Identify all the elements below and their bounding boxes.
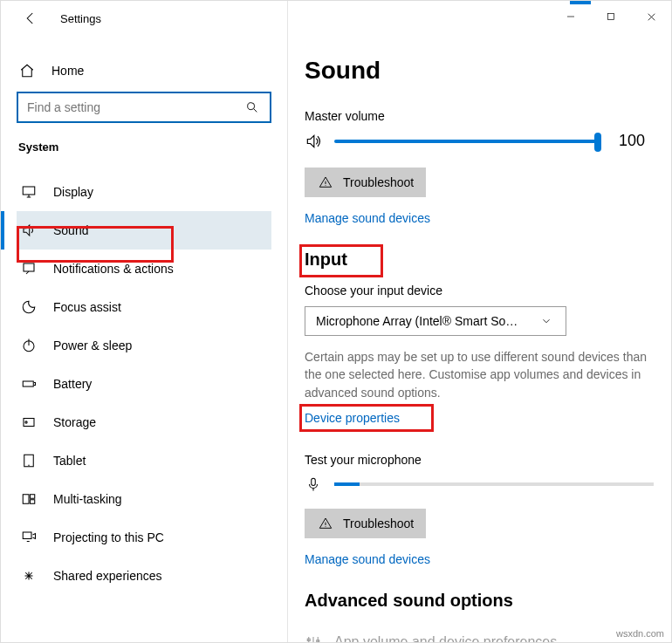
sidebar-item-label: Tablet	[53, 454, 86, 468]
choose-input-label: Choose your input device	[305, 284, 654, 298]
sidebar-item-label: Notifications & actions	[53, 262, 174, 276]
warning-icon	[317, 174, 334, 191]
volume-slider[interactable]	[334, 140, 598, 143]
search-icon	[243, 99, 261, 116]
vertical-divider	[287, 1, 288, 642]
page-title: Sound	[305, 57, 654, 85]
shared-icon	[20, 567, 38, 585]
back-icon[interactable]	[22, 10, 39, 27]
minimize-button[interactable]	[551, 3, 591, 31]
troubleshoot-input-button[interactable]: Troubleshoot	[305, 509, 426, 538]
maximize-button[interactable]	[591, 3, 631, 31]
sidebar-item-label: Display	[53, 185, 93, 199]
slider-thumb[interactable]	[594, 133, 601, 152]
window-title: Settings	[60, 12, 101, 25]
projecting-icon	[20, 529, 38, 546]
sidebar: Home System Display Sound Notifications …	[1, 36, 287, 642]
window-controls	[296, 1, 671, 32]
sidebar-item-label: Battery	[53, 377, 92, 391]
battery-icon	[20, 375, 38, 393]
speaker-icon[interactable]	[305, 133, 322, 150]
input-note: Certain apps may be set up to use differ…	[305, 348, 654, 401]
sidebar-item-notifications[interactable]: Notifications & actions	[17, 250, 271, 288]
svg-point-7	[25, 421, 27, 423]
svg-rect-11	[31, 500, 35, 504]
advanced-heading: Advanced sound options	[305, 591, 513, 611]
svg-rect-9	[23, 495, 29, 504]
microphone-icon	[305, 475, 322, 493]
volume-value: 100	[610, 132, 654, 150]
sidebar-item-label: Multi-tasking	[53, 492, 122, 506]
input-heading: Input	[305, 250, 347, 270]
sidebar-item-storage[interactable]: Storage	[17, 403, 271, 441]
home-label: Home	[51, 64, 84, 78]
storage-icon	[20, 414, 38, 431]
test-mic-label: Test your microphone	[305, 453, 654, 467]
sidebar-item-battery[interactable]: Battery	[17, 365, 271, 403]
svg-rect-5	[23, 381, 33, 386]
watermark: wsxdn.com	[616, 628, 664, 639]
svg-rect-10	[31, 495, 35, 499]
sidebar-item-projecting[interactable]: Projecting to this PC	[17, 518, 271, 557]
main-content: Sound Master volume 100 Troubleshoot Man…	[287, 36, 671, 642]
sliders-icon	[305, 633, 322, 642]
sidebar-item-tablet[interactable]: Tablet	[17, 441, 271, 480]
input-device-value: Microphone Array (Intel® Smart So…	[316, 314, 518, 328]
troubleshoot-label: Troubleshoot	[343, 175, 414, 189]
sidebar-item-shared[interactable]: Shared experiences	[17, 557, 271, 595]
sidebar-item-label: Power & sleep	[53, 339, 132, 352]
notifications-icon	[20, 260, 38, 277]
svg-rect-2	[23, 187, 35, 195]
group-label: System	[17, 140, 271, 154]
sidebar-item-multitask[interactable]: Multi-tasking	[17, 480, 271, 518]
search-input[interactable]	[27, 100, 243, 114]
sidebar-item-focus[interactable]: Focus assist	[17, 288, 271, 326]
svg-rect-8	[24, 455, 34, 467]
mic-level-bar	[334, 482, 654, 486]
home-icon	[18, 62, 36, 79]
close-button[interactable]	[631, 3, 671, 31]
nav-list: Display Sound Notifications & actions Fo…	[17, 173, 271, 595]
manage-output-link[interactable]: Manage sound devices	[305, 211, 654, 225]
home-row[interactable]: Home	[17, 57, 271, 92]
warning-icon	[317, 515, 334, 532]
svg-rect-12	[23, 532, 31, 539]
sidebar-item-power[interactable]: Power & sleep	[17, 326, 271, 365]
sidebar-item-label: Shared experiences	[53, 569, 162, 583]
chevron-down-icon	[538, 312, 555, 330]
svg-rect-13	[312, 478, 316, 485]
focus-icon	[20, 298, 38, 316]
sidebar-item-label: Focus assist	[53, 300, 121, 314]
sound-icon	[20, 222, 38, 239]
troubleshoot-output-button[interactable]: Troubleshoot	[305, 168, 426, 197]
multitask-icon	[20, 490, 38, 508]
manage-input-link[interactable]: Manage sound devices	[305, 552, 654, 566]
display-icon	[20, 183, 38, 201]
search-input-wrap[interactable]	[17, 92, 271, 123]
svg-rect-0	[608, 14, 614, 20]
sidebar-item-display[interactable]: Display	[17, 173, 271, 211]
sidebar-item-label: Storage	[53, 415, 96, 429]
sidebar-item-label: Sound	[53, 223, 88, 237]
master-volume-label: Master volume	[305, 109, 654, 123]
power-icon	[20, 337, 38, 354]
device-properties-link[interactable]: Device properties	[305, 411, 400, 425]
app-prefs-label: App volume and device preferences	[334, 634, 557, 642]
troubleshoot-label: Troubleshoot	[343, 516, 414, 530]
input-device-select[interactable]: Microphone Array (Intel® Smart So…	[305, 306, 566, 336]
svg-point-1	[248, 103, 255, 110]
svg-rect-3	[24, 263, 34, 271]
sidebar-item-label: Projecting to this PC	[53, 530, 164, 544]
sidebar-item-sound[interactable]: Sound	[17, 211, 271, 250]
tablet-icon	[20, 452, 38, 469]
